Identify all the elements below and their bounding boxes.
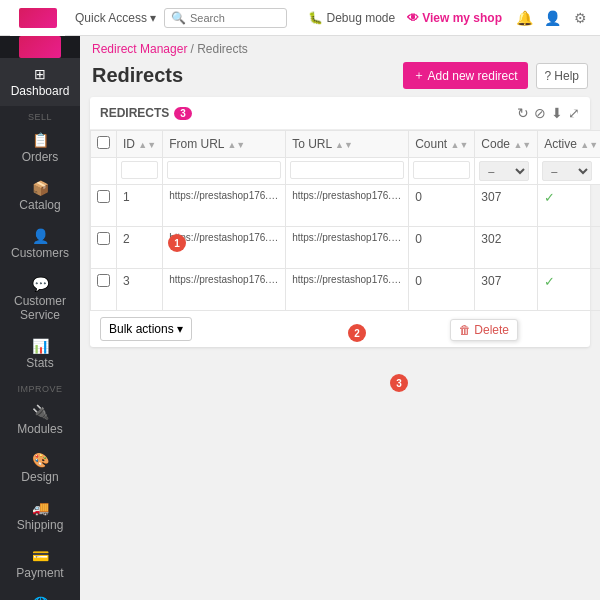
row-to-url: https://prestashop176.pixy.pro/en/8-acce…: [286, 269, 409, 311]
sort-to-icon: ▲▼: [335, 140, 353, 150]
reset-icon[interactable]: ⊘: [534, 105, 546, 121]
breadcrumb-current: Redirects: [197, 42, 248, 56]
filter-to-url-cell[interactable]: [286, 158, 409, 185]
sidebar-item-orders[interactable]: 📋 Orders: [0, 124, 80, 172]
panel-title-text: REDIRECTS: [100, 106, 169, 120]
catalog-icon: 📦: [32, 180, 49, 196]
filter-active-select[interactable]: –: [542, 161, 592, 181]
row-id: 3: [117, 269, 163, 311]
active-checkmark: ✓: [544, 190, 555, 205]
filter-count-cell[interactable]: [409, 158, 475, 185]
header-id[interactable]: ID ▲▼: [117, 131, 163, 158]
bell-icon[interactable]: 🔔: [514, 8, 534, 28]
filter-checkbox-cell: [91, 158, 117, 185]
filter-from-url-cell[interactable]: [163, 158, 286, 185]
filter-code-select[interactable]: –: [479, 161, 529, 181]
eye-icon: 👁: [407, 11, 419, 25]
sidebar-item-stats[interactable]: 📊 Stats: [0, 330, 80, 378]
row-to-url: https://prestashop176.pixy.pro/en/8-acce…: [286, 227, 409, 269]
row-checkbox[interactable]: [97, 232, 110, 245]
row-checkbox-cell[interactable]: [91, 269, 117, 311]
settings-icon[interactable]: ⚙: [570, 8, 590, 28]
bulk-actions-button[interactable]: Bulk actions ▾: [100, 317, 192, 341]
customer-service-icon: 💬: [32, 276, 49, 292]
sidebar-item-catalog[interactable]: 📦 Catalog: [0, 172, 80, 220]
sidebar-item-customer-service[interactable]: 💬 Customer Service: [0, 268, 80, 330]
header-active[interactable]: Active ▲▼: [538, 131, 600, 158]
sidebar-item-customers[interactable]: 👤 Customers: [0, 220, 80, 268]
row-checkbox[interactable]: [97, 190, 110, 203]
row-active: [538, 227, 600, 269]
row-checkbox-cell[interactable]: [91, 227, 117, 269]
sidebar-label-dashboard: Dashboard: [11, 84, 70, 98]
logo-box: [19, 8, 57, 28]
add-redirect-button[interactable]: ＋ Add new redirect: [403, 62, 528, 89]
sidebar-item-modules[interactable]: 🔌 Modules: [0, 396, 80, 444]
expand-icon[interactable]: ⤢: [568, 105, 580, 121]
table-header-row: ID ▲▼ From URL ▲▼ To URL ▲▼ Count ▲▼: [91, 131, 601, 158]
filter-count-input[interactable]: [413, 161, 470, 179]
person-icon[interactable]: 👤: [542, 8, 562, 28]
select-all-checkbox[interactable]: [97, 136, 110, 149]
sidebar-item-dashboard[interactable]: ⊞ Dashboard: [0, 58, 80, 106]
view-shop-link[interactable]: 👁 View my shop: [407, 11, 502, 25]
breadcrumb: Redirect Manager / Redirects: [80, 36, 600, 58]
help-button[interactable]: ? Help: [536, 63, 588, 89]
filter-to-url-input[interactable]: [290, 161, 404, 179]
debug-mode-toggle[interactable]: 🐛 Debug mode: [308, 11, 395, 25]
panel-title: REDIRECTS 3: [100, 106, 192, 120]
modules-icon: 🔌: [32, 404, 49, 420]
sidebar-item-international[interactable]: 🌐 International: [0, 588, 80, 600]
filter-id-input[interactable]: [121, 161, 158, 179]
quick-access-menu[interactable]: Quick Access ▾: [75, 11, 156, 25]
view-shop-label: View my shop: [422, 11, 502, 25]
debug-mode-label: Debug mode: [326, 11, 395, 25]
filter-active-cell[interactable]: –: [538, 158, 600, 185]
top-icons: 🔔 👤 ⚙: [514, 8, 590, 28]
top-bar: Quick Access ▾ 🔍 🐛 Debug mode 👁 View my …: [0, 0, 600, 36]
header-count[interactable]: Count ▲▼: [409, 131, 475, 158]
annotation-3: 3: [390, 374, 408, 392]
chevron-down-icon: ▾: [150, 11, 156, 25]
row-checkbox[interactable]: [97, 274, 110, 287]
export-icon[interactable]: ⬇: [551, 105, 563, 121]
header-code[interactable]: Code ▲▼: [475, 131, 538, 158]
row-checkbox-cell[interactable]: [91, 185, 117, 227]
sort-id-icon: ▲▼: [138, 140, 156, 150]
table-row: 2 https://prestashop176.pixy.pro/en/inde…: [91, 227, 601, 269]
sidebar-item-payment[interactable]: 💳 Payment: [0, 540, 80, 588]
content-wrapper: Redirect Manager / Redirects Redirects ＋…: [80, 36, 600, 347]
header-from-url[interactable]: From URL ▲▼: [163, 131, 286, 158]
payment-icon: 💳: [32, 548, 49, 564]
sidebar-section-improve: IMPROVE: [0, 378, 80, 396]
dashboard-icon: ⊞: [34, 66, 46, 82]
active-checkmark: ✓: [544, 274, 555, 289]
search-input[interactable]: [190, 12, 280, 24]
breadcrumb-parent[interactable]: Redirect Manager: [92, 42, 187, 56]
search-bar[interactable]: 🔍: [164, 8, 287, 28]
header-to-url[interactable]: To URL ▲▼: [286, 131, 409, 158]
row-count: 0: [409, 227, 475, 269]
header-checkbox[interactable]: [91, 131, 117, 158]
refresh-icon[interactable]: ↻: [517, 105, 529, 121]
filter-from-url-input[interactable]: [167, 161, 281, 179]
sidebar-logo-box: [19, 36, 61, 58]
sidebar-item-shipping[interactable]: 🚚 Shipping: [0, 492, 80, 540]
bulk-chevron-icon: ▾: [177, 322, 183, 336]
sidebar-label-customers: Customers: [11, 246, 69, 260]
sort-count-icon: ▲▼: [451, 140, 469, 150]
sidebar-label-shipping: Shipping: [17, 518, 64, 532]
bug-icon: 🐛: [308, 11, 323, 25]
sidebar-label-orders: Orders: [22, 150, 59, 164]
row-count: 0: [409, 185, 475, 227]
orders-icon: 📋: [32, 132, 49, 148]
row-active: ✓: [538, 185, 600, 227]
sort-from-icon: ▲▼: [227, 140, 245, 150]
row-from-url: https://prestashop176.pixy.pro/en/%00%4b…: [163, 269, 286, 311]
filter-id-cell[interactable]: [117, 158, 163, 185]
sidebar-item-design[interactable]: 🎨 Design: [0, 444, 80, 492]
sidebar-label-design: Design: [21, 470, 58, 484]
table-panel: REDIRECTS 3 ↻ ⊘ ⬇ ⤢: [90, 97, 590, 347]
filter-code-cell[interactable]: –: [475, 158, 538, 185]
record-count-badge: 3: [174, 107, 192, 120]
